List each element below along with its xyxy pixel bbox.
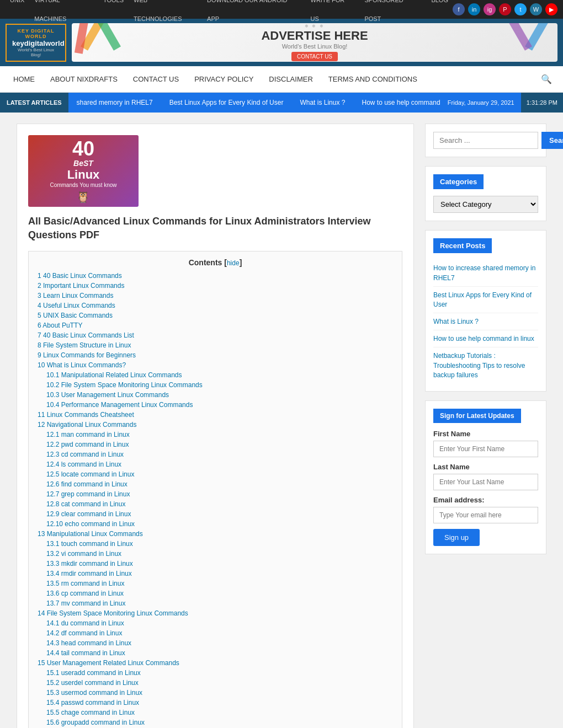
toc-list: 1 40 Basic Linux Commands 2 Important Li… [38, 271, 393, 728]
toc-item-14-2[interactable]: 14.2 df command in Linux [46, 629, 122, 637]
last-name-input[interactable] [433, 474, 538, 490]
instagram-icon[interactable]: ig [484, 3, 496, 15]
main-navigation: HOME ABOUT NIXDRAFTS CONTACT US PRIVACY … [0, 66, 563, 93]
toc-item-13-2[interactable]: 13.2 vi command in Linux [46, 550, 121, 558]
toc-item-2[interactable]: 2 Important Linux Commands [38, 282, 124, 290]
banner-contact-btn[interactable]: CONTACT US [291, 52, 338, 61]
categories-select[interactable]: Select Category [433, 196, 538, 213]
signup-button[interactable]: Sign up [433, 529, 480, 546]
article-title: All Basic/Advanced Linux Commands for Li… [28, 215, 402, 242]
search-row: Search [433, 132, 538, 149]
facebook-icon[interactable]: f [453, 3, 465, 15]
logo-top-text: KEY DIGITAL WORLD [12, 28, 60, 39]
logo-sub-text: World's Best Linux Blog! [12, 47, 60, 57]
toc-item-10-1[interactable]: 10.1 Manipulational Related Linux Comman… [46, 371, 182, 379]
recent-post-link-1[interactable]: Best Linux Apps for Every Kind of User [433, 291, 532, 309]
ticker-items: shared memory in RHEL7 Best Linux Apps f… [68, 99, 441, 106]
toc-item-15-2[interactable]: 15.2 userdel command in Linux [46, 679, 139, 687]
nav-terms[interactable]: TERMS AND CONDITIONS [321, 67, 425, 91]
recent-post-link-2[interactable]: What is Linux ? [433, 318, 479, 325]
toc-item-15[interactable]: 15 User Management Related Linux Command… [38, 659, 179, 667]
ticker-time: 1:31:28 PM [521, 93, 563, 113]
banner-headline: ADVERTISE HERE [261, 29, 368, 43]
toc-item-13-4[interactable]: 13.4 rmdir command in Linux [46, 570, 132, 577]
toc-item-6[interactable]: 6 About PuTTY [38, 322, 82, 329]
table-of-contents: Contents [hide] 1 40 Basic Linux Command… [28, 251, 402, 728]
toc-hide-btn[interactable]: hide [227, 259, 240, 267]
toc-item-12-7[interactable]: 12.7 grep command in Linux [46, 490, 130, 498]
toc-item-13[interactable]: 13 Manipulational Linux Commands [38, 530, 143, 538]
banner-advertisement[interactable]: ❄ ❄ ❄ ADVERTISE HERE World's Best Linux … [72, 23, 557, 62]
toc-item-3[interactable]: 3 Learn Linux Commands [38, 292, 113, 299]
toc-item-7[interactable]: 7 40 Basic Linux Commands List [38, 331, 134, 339]
search-input[interactable] [433, 132, 538, 149]
toc-header: Contents [hide] [38, 258, 393, 267]
youtube-icon[interactable]: ▶ [545, 3, 557, 15]
ticker-label: LateST ARTICLES [0, 93, 68, 113]
toc-item-12-6[interactable]: 12.6 find command in Linux [46, 480, 128, 488]
list-item: How to use help command in linux [433, 330, 538, 347]
last-name-label: Last Name [433, 463, 538, 471]
toc-item-12-3[interactable]: 12.3 cd command in Linux [46, 451, 124, 458]
site-logo[interactable]: KEY DIGITAL WORLD keydigitalworld World'… [6, 24, 66, 62]
recent-post-link-0[interactable]: How to increase shared memory in RHEL7 [433, 264, 535, 282]
nav-contact[interactable]: CONTACT US [125, 67, 187, 91]
toc-item-12-1[interactable]: 12.1 man command in Linux [46, 431, 130, 438]
toc-item-12-8[interactable]: 12.8 cat command in Linux [46, 500, 125, 508]
toc-item-15-1[interactable]: 15.1 useradd command in Linux [46, 669, 141, 677]
toc-item-14-1[interactable]: 14.1 du command in Linux [46, 619, 124, 627]
toc-item-13-7[interactable]: 13.7 mv command in Linux [46, 599, 125, 607]
toc-item-15-5[interactable]: 15.5 chage command in Linux [46, 709, 135, 716]
toc-item-12-10[interactable]: 12.10 echo command in Linux [46, 520, 135, 528]
toc-item-13-1[interactable]: 13.1 touch command in Linux [46, 540, 133, 548]
toc-item-12-5[interactable]: 12.5 locate command in Linux [46, 470, 134, 478]
recent-post-link-3[interactable]: How to use help command in linux [433, 335, 534, 342]
ticker-bar: LateST ARTICLES shared memory in RHEL7 B… [0, 93, 563, 113]
nav-disclaimer[interactable]: DISCLAIMER [261, 67, 320, 91]
nav-about[interactable]: ABOUT NIXDRAFTS [43, 67, 125, 91]
header-area: KEY DIGITAL WORLD keydigitalworld World'… [0, 19, 563, 66]
email-input[interactable] [433, 507, 538, 523]
article-img-num: 40 [50, 139, 116, 159]
toc-item-15-4[interactable]: 15.4 passwd command in Linux [46, 699, 139, 706]
twitter-icon[interactable]: t [514, 3, 527, 15]
toc-item-14-3[interactable]: 14.3 head command in Linux [46, 639, 131, 647]
toc-item-12-2[interactable]: 12.2 pwd command in Linux [46, 441, 129, 448]
toc-item-8[interactable]: 8 File System Structure in Linux [38, 341, 131, 349]
nav-privacy[interactable]: PRIVACY POLICY [187, 67, 261, 91]
linkedin-icon[interactable]: in [468, 3, 480, 15]
toc-item-11[interactable]: 11 Linux Commands Cheatsheet [38, 411, 134, 419]
nav-home[interactable]: HOME [6, 67, 43, 91]
toc-item-12-9[interactable]: 12.9 clear command in Linux [46, 510, 131, 518]
toc-item-12[interactable]: 12 Navigational Linux Commands [38, 421, 136, 429]
toc-item-13-3[interactable]: 13.3 mkdir command in Linux [46, 560, 133, 568]
toc-item-10[interactable]: 10 What is Linux Commands? [38, 361, 126, 369]
toc-item-10-2[interactable]: 10.2 File System Space Monitoring Linux … [46, 381, 203, 389]
toc-item-15-6[interactable]: 15.6 groupadd command in Linux [46, 719, 145, 726]
pinterest-icon[interactable]: P [499, 3, 511, 15]
toc-item-1[interactable]: 1 40 Basic Linux Commands [38, 272, 122, 280]
toc-item-13-6[interactable]: 13.6 cp command in Linux [46, 590, 124, 597]
toc-item-5[interactable]: 5 UNIX Basic Commands [38, 312, 113, 319]
wordpress-icon[interactable]: W [530, 3, 542, 15]
toc-item-4[interactable]: 4 Useful Linux Commands [38, 302, 115, 309]
toc-item-14-4[interactable]: 14.4 tail command in Linux [46, 649, 125, 657]
ticker-item-0: shared memory in RHEL7 [77, 99, 153, 106]
toc-item-10-3[interactable]: 10.3 User Management Linux Commands [46, 391, 169, 399]
recent-post-link-4[interactable]: Netbackup Tutorials : Troubleshooting Ti… [433, 352, 525, 379]
toc-item-13-5[interactable]: 13.5 rm command in Linux [46, 580, 124, 587]
toc-item-14[interactable]: 14 File System Space Monitoring Linux Co… [38, 609, 188, 617]
list-item: Best Linux Apps for Every Kind of User [433, 287, 538, 314]
list-item: Netbackup Tutorials : Troubleshooting Ti… [433, 347, 538, 383]
toc-item-12-4[interactable]: 12.4 ls command in Linux [46, 461, 121, 468]
toc-item-10-4[interactable]: 10.4 Performance Management Linux Comman… [46, 401, 193, 409]
search-button[interactable]: Search [541, 132, 563, 149]
content-wrapper: 40 BeST Linux Commands You must know 🦉 A… [11, 124, 552, 728]
banner-snowflake: ❄ ❄ ❄ [261, 24, 368, 29]
recent-posts-widget: Recent Posts How to increase shared memo… [425, 230, 546, 392]
article-img-sub: Commands You must know [50, 182, 116, 188]
first-name-input[interactable] [433, 441, 538, 457]
toc-item-9[interactable]: 9 Linux Commands for Beginners [38, 351, 136, 359]
toc-item-15-3[interactable]: 15.3 usermod command in Linux [46, 689, 142, 697]
search-icon[interactable]: 🔍 [535, 66, 557, 92]
